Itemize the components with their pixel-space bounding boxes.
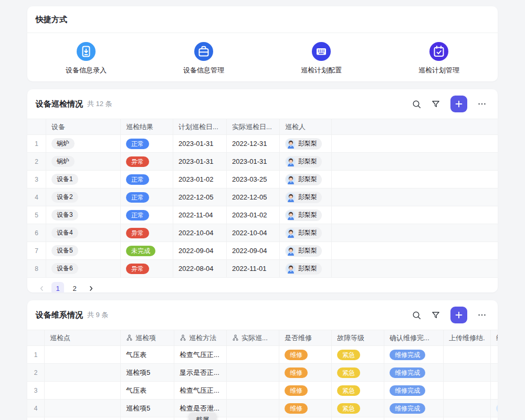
- row-index: 5: [27, 417, 45, 420]
- column-header-content: 实际巡...: [232, 333, 268, 343]
- repair-cell: 维修: [279, 400, 332, 417]
- inspector-name: 彭梨梨: [298, 264, 317, 273]
- filler-cell: [332, 188, 498, 206]
- column-header-label: 实际巡...: [242, 333, 268, 343]
- filler-header-cell: [332, 119, 498, 134]
- fault-level-cell: 一般: [332, 417, 384, 420]
- repair-cell: 维修: [279, 364, 332, 381]
- maintenance-table: 巡检点巡检项巡检方法实际巡...是否维修故障等级确认维修完...上传维修结...…: [27, 330, 498, 420]
- device-cell: 设备3: [46, 206, 121, 224]
- shortcut-label: 巡检计划配置: [301, 66, 342, 75]
- actual-date-cell: 2022-12-31: [227, 135, 280, 152]
- repair-person-cell: [491, 346, 498, 363]
- table-row[interactable]: 5设备3正常2022-11-042023-01-02彭梨梨: [27, 206, 498, 224]
- filler-cell: [332, 171, 498, 188]
- fault-level-cell-badge: 紧急: [337, 403, 360, 414]
- device-pill: 锅炉: [51, 138, 75, 149]
- screenshot-tooltip: 截屏: [189, 413, 216, 420]
- table-row[interactable]: 6设备4异常2022-10-042022-10-04彭梨梨: [27, 224, 498, 242]
- device-cell: 设备5: [46, 242, 121, 259]
- actual-date-cell: 2023-01-31: [227, 153, 280, 170]
- inspector-pill: 彭梨梨: [285, 174, 322, 185]
- table-row[interactable]: 1气压表检查气压正...维修紧急维修完成: [27, 346, 498, 364]
- device-cell: 设备1: [46, 171, 121, 188]
- table-row[interactable]: 3设备1正常2023-01-022023-03-25彭梨梨: [27, 171, 498, 188]
- table-row[interactable]: 1锅炉正常2023-01-312022-12-31彭梨梨: [27, 135, 498, 153]
- filter-icon[interactable]: [428, 97, 443, 111]
- column-header-label: 确认维修完...: [390, 333, 429, 343]
- table-row[interactable]: 8设备6异常2022-08-042022-11-01彭梨梨: [27, 260, 498, 278]
- table-row[interactable]: 2锅炉异常2023-01-312023-01-31彭梨梨: [27, 153, 498, 171]
- planned-date-cell: 2023-01-31: [173, 153, 227, 170]
- column-header-content: 故障等级: [337, 333, 364, 343]
- confirm-cell: 维修完成: [384, 346, 444, 363]
- column-header-label: 维修人: [496, 333, 498, 343]
- next-page-icon[interactable]: [85, 282, 97, 292]
- device-cell: 设备2: [46, 188, 121, 206]
- inspector-cell: 彭梨梨: [280, 153, 332, 170]
- inspection-title: 设备巡检情况: [36, 99, 83, 109]
- shortcut-item-2[interactable]: 设备信息管理: [162, 42, 246, 75]
- add-record-button[interactable]: [450, 307, 467, 323]
- add-record-button[interactable]: [450, 96, 467, 112]
- repair-person-cell: [491, 364, 498, 381]
- row-index: 1: [27, 346, 45, 363]
- shortcut-item-1[interactable]: 设备信息录入: [44, 42, 128, 75]
- shortcut-label: 设备信息管理: [183, 66, 224, 75]
- table-row[interactable]: 7设备5未完成2022-09-042022-09-04彭梨梨: [27, 242, 498, 260]
- page-number-2[interactable]: 2: [68, 282, 81, 292]
- fault-level-cell-badge: 紧急: [337, 368, 360, 378]
- result-cell: 异常: [121, 260, 173, 277]
- inspector-cell: 彭梨梨: [280, 206, 332, 224]
- filler-cell: [332, 206, 498, 224]
- more-icon[interactable]: [475, 97, 489, 111]
- maintenance-card-header: 设备维系情况 共 9 条: [27, 300, 498, 330]
- actual-inspection-cell: [227, 364, 279, 381]
- avatar-icon: [286, 211, 296, 220]
- confirm-cell-badge: 维修完成: [390, 403, 425, 414]
- confirm-cell: 维修完成: [384, 364, 444, 381]
- filter-icon[interactable]: [428, 308, 443, 322]
- table-row[interactable]: 4巡检项5检查是否泄...维修紧急维修完成: [27, 400, 498, 417]
- column-header: 计划巡检日...: [173, 119, 227, 134]
- column-header-content: 维修人: [496, 333, 498, 343]
- inspection-item-cell: 巡检项5: [121, 364, 174, 381]
- row-index: 7: [27, 242, 46, 259]
- inspector-cell: 彭梨梨: [280, 224, 332, 242]
- search-icon[interactable]: [409, 308, 424, 322]
- keyboard-icon: [312, 42, 331, 61]
- row-index: 3: [27, 171, 46, 188]
- shortcut-item-3[interactable]: 巡检计划配置: [279, 42, 363, 75]
- avatar-icon: [286, 157, 296, 166]
- inspection-toolbar: [409, 96, 489, 112]
- table-row[interactable]: 4设备2正常2022-12-052022-12-05彭梨梨: [27, 188, 498, 206]
- planned-date-cell: 2022-12-05: [173, 188, 227, 206]
- result-badge: 未完成: [126, 246, 155, 256]
- table-row[interactable]: 2巡检项5显示是否正...维修紧急维修完成: [27, 364, 498, 382]
- search-icon[interactable]: [409, 97, 424, 111]
- more-icon[interactable]: [475, 308, 489, 322]
- phone-download-icon: [77, 42, 96, 61]
- shortcuts-card-title: 快捷方式: [27, 6, 498, 33]
- row-index: 4: [27, 188, 46, 206]
- avatar-icon: [286, 228, 296, 238]
- prev-page-icon[interactable]: [36, 282, 47, 292]
- inspector-pill: 彭梨梨: [285, 227, 322, 239]
- column-header-label: 巡检人: [285, 122, 306, 132]
- table-row[interactable]: 5巡检项5显示是否正...维修一般维修中: [27, 417, 498, 420]
- device-pill: 设备1: [51, 174, 78, 185]
- lookup-field-icon: [180, 334, 186, 341]
- inspection-method-cell: 显示是否正...: [174, 364, 227, 381]
- avatar-icon: [286, 246, 296, 256]
- table-row[interactable]: 3气压表检查气压正...维修紧急维修完成: [27, 382, 498, 400]
- shortcut-item-4[interactable]: 巡检计划管理: [397, 42, 481, 75]
- filler-cell: [332, 260, 498, 277]
- column-header: 故障等级: [332, 330, 384, 345]
- column-header: 巡检结果: [121, 119, 173, 134]
- inspector-cell: 彭梨梨: [280, 135, 332, 152]
- inspector-name: 彭梨梨: [298, 228, 317, 237]
- result-cell: 异常: [121, 224, 173, 242]
- inspector-name: 彭梨梨: [298, 139, 317, 148]
- page-number-1[interactable]: 1: [51, 282, 64, 292]
- column-header-label: 故障等级: [337, 333, 364, 343]
